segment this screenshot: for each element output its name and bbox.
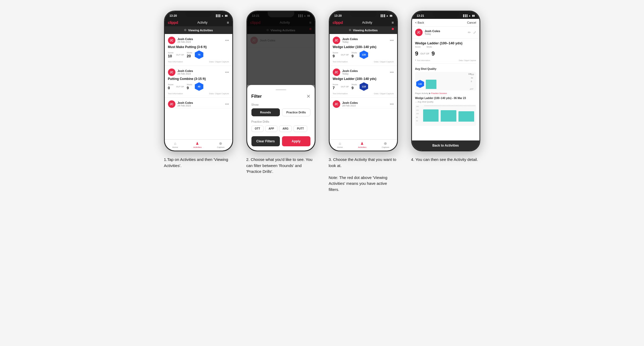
activity-title-3-1: Wedge Ladder (100–140 yds) [333, 45, 394, 49]
card-header-3-1: JC Josh Coles Today ••• [333, 37, 394, 44]
back-button-4[interactable]: < Back [415, 21, 424, 24]
quality-badge-3-2: 118 [360, 82, 368, 91]
nav-activities-3[interactable]: ♟ Activities [358, 141, 367, 148]
outof-3-1: OUT OF [341, 54, 349, 56]
bar-1-4 [423, 109, 439, 122]
activity-card-1-2[interactable]: JC Josh Coles 28 Feb 2023 ••• Putting Co… [165, 66, 232, 98]
nav-capture-1[interactable]: ⊕ Capture [217, 141, 224, 148]
nav-title-1: Activity [197, 21, 208, 24]
expand-icon-4[interactable]: ⤢ [473, 30, 476, 35]
activity-title-1-1: Must Make Putting (3-6 ft) [168, 45, 229, 49]
more-dots-3-2[interactable]: ••• [390, 70, 394, 74]
activity-title-1-2: Putting Combine (3-15 ft) [168, 77, 229, 81]
clear-filters-button[interactable]: Clear Filters [251, 136, 280, 146]
quality-badge-3-1: 130 [360, 50, 368, 59]
user-info-3-3: JC Josh Coles 28 Feb 2023 [333, 100, 358, 108]
card-header-1-2: JC Josh Coles 28 Feb 2023 ••• [168, 69, 229, 76]
activity-card-1-3[interactable]: JC Josh Coles 28 Feb 2023 ••• [165, 98, 232, 108]
apply-filter-button[interactable]: Apply [282, 136, 310, 146]
user-info-3-2: JC Josh Coles Today [333, 69, 358, 76]
card-footer-3-2: Test Information Data: Clippd Capture [333, 92, 394, 95]
phone-column-2: 13:21 ▐▐▐ ▲ ▮▮ clippd Activity ≡ ⚙ Vie [244, 11, 318, 175]
activity-card-1-1[interactable]: JC Josh Coles 28 Feb 2023 ••• Must Make … [165, 34, 232, 66]
data-source-3-2: Data: Clippd Capture [374, 92, 394, 95]
detail-header-4: < Back Cancel [412, 19, 479, 27]
screen-content-3: JC Josh Coles Today ••• Wedge Ladder (10… [330, 34, 397, 139]
settings-icon-1: ⚙ [184, 28, 187, 32]
drill-app-button[interactable]: APP [265, 125, 278, 132]
viewing-banner-1[interactable]: ⚙ Viewing Activities [165, 26, 232, 34]
filter-sheet: Filter ✕ Show Rounds Practice Drills Pra… [247, 85, 315, 151]
edit-icon-4[interactable]: ✏ [468, 30, 471, 35]
modal-close-button[interactable]: ✕ [306, 93, 310, 99]
card-header-3-2: JC Josh Coles Today ••• [333, 69, 394, 76]
detail-user-row-4: JC Josh Coles Today ✏ ⤢ [412, 27, 479, 39]
drill-arg-button[interactable]: ARG [279, 125, 292, 132]
info-text-3-2: Test Information [333, 92, 348, 95]
screen-content-1: JC Josh Coles 28 Feb 2023 ••• Must Make … [165, 34, 232, 139]
avatar-3-1: JC [333, 37, 340, 44]
cancel-button-4[interactable]: Cancel [467, 21, 476, 24]
more-dots-3-3[interactable]: ••• [390, 102, 394, 106]
drill-ott-button[interactable]: OTT [251, 125, 264, 132]
filter-type-buttons: Rounds Practice Drills [251, 108, 310, 116]
nav-home-1[interactable]: ⌂ Home [172, 141, 178, 148]
user-name-3-1: Josh Coles [342, 37, 358, 41]
stats-row-1-1: Score 10 OUT OF Shots 20 75 [168, 50, 229, 59]
avatar-1-2: JC [168, 69, 175, 76]
user-info-1-3: JC Josh Coles 28 Feb 2023 [168, 100, 193, 108]
score-label-1-2: Score [168, 83, 174, 86]
user-name-1-3: Josh Coles [178, 101, 193, 104]
shots-label-1-2: Shots [187, 83, 192, 86]
activity-card-3-1[interactable]: JC Josh Coles Today ••• Wedge Ladder (10… [330, 34, 397, 66]
status-icons-1: ▐▐▐ ▲ ▮▮ [215, 14, 227, 17]
red-dot-3 [392, 28, 394, 30]
user-name-1-1: Josh Coles [178, 37, 193, 41]
detail-shots-val-4: 9 [432, 50, 435, 57]
caption-1: 1.Tap on Activities and then 'Viewing Ac… [164, 157, 233, 169]
info-text-1-2: Test Information [168, 92, 183, 95]
phone-column-4: 13:21 ▐▐▐ ▲ ▮▮ < Back Cancel JC [409, 11, 483, 163]
status-time-4: 13:21 [417, 14, 424, 17]
menu-icon-1[interactable]: ≡ [227, 20, 229, 25]
more-dots-1-2[interactable]: ••• [225, 70, 229, 74]
info-text-3-1: Test Information [333, 61, 348, 63]
activities-icon-1: ♟ [196, 141, 199, 146]
detail-avatar-4: JC [415, 29, 423, 36]
bar-chart-section-4: Wedge Ladder (100–140 yds) - 06 Mar 23 -… [415, 97, 476, 126]
more-dots-1-3[interactable]: ••• [225, 102, 229, 106]
bottom-nav-3: ⌂ Home ♟ Activities ⊕ Capture [330, 139, 397, 151]
test-info-4: ℹ Test Information Data: Clippd Capture [415, 59, 476, 61]
wifi-icon: ▲ [221, 14, 224, 17]
drills-filter-button[interactable]: Practice Drills [282, 108, 310, 116]
phone-screen-3: 13:20 ▐▐▐ ▲ ▮▮ clippd Activity ≡ ⚙ Vie [330, 11, 397, 151]
more-dots-1-1[interactable]: ••• [225, 38, 229, 42]
capture-icon-3: ⊕ [384, 141, 387, 146]
user-date-3-2: Today [342, 72, 358, 75]
chart-bar-4 [426, 80, 436, 89]
back-to-activities-button-4[interactable]: Back to Activities [412, 140, 479, 151]
avg-line-4 [424, 106, 475, 106]
user-name-1-2: Josh Coles [178, 69, 193, 72]
activity-card-3-3[interactable]: JC Josh Coles 28 Feb 2023 ••• [330, 98, 397, 108]
detail-content-4: Wedge Ladder (100–140 yds) Score Shots 9… [412, 39, 479, 139]
activity-card-3-2[interactable]: JC Josh Coles Today ••• Wedge Ladder (10… [330, 66, 397, 98]
menu-icon-3[interactable]: ≡ [392, 20, 394, 25]
viewing-banner-3[interactable]: ⚙ Viewing Activities [330, 26, 397, 34]
more-dots-3-1[interactable]: ••• [390, 38, 394, 42]
notch-2 [268, 11, 294, 17]
nav-home-3[interactable]: ⌂ Home [337, 141, 343, 148]
nav-activities-1[interactable]: ♟ Activities [193, 141, 202, 148]
wifi-icon-4: ▲ [469, 14, 471, 17]
shots-val-1-2: 9 [187, 86, 192, 90]
drill-putt-button[interactable]: PUTT [293, 125, 307, 132]
avg-quality-chart-4: 130 100 50 0 APP 130 [415, 72, 476, 91]
phone-screen-1: 13:20 ▐▐▐ ▲ ▮▮ clippd Activity ≡ ⚙ Vie [165, 11, 232, 151]
rounds-filter-button[interactable]: Rounds [251, 108, 280, 116]
quality-badge-1-2: 45 [195, 82, 203, 91]
show-label: Show [251, 103, 310, 106]
nav-capture-3[interactable]: ⊕ Capture [382, 141, 389, 148]
settings-icon-3: ⚙ [349, 28, 351, 32]
capture-icon-1: ⊕ [219, 141, 222, 146]
phone-frame-1: 13:20 ▐▐▐ ▲ ▮▮ clippd Activity ≡ ⚙ Vie [164, 11, 233, 151]
